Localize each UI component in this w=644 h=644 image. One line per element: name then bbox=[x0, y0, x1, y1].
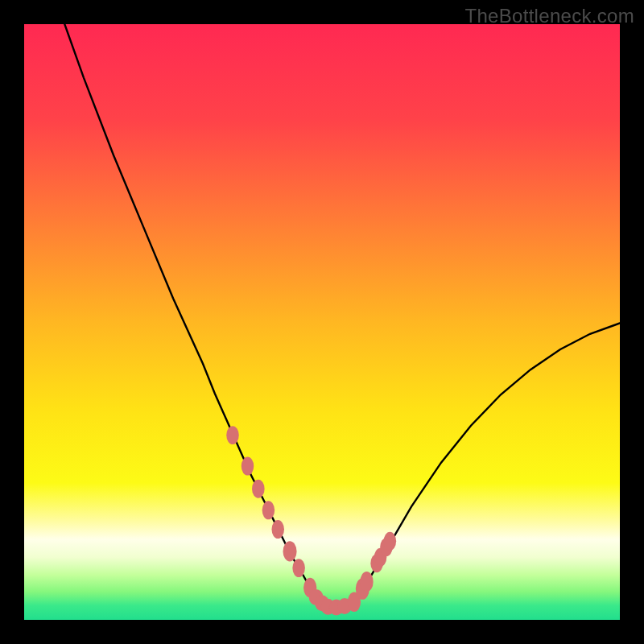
data-point bbox=[252, 480, 265, 498]
chart-frame: TheBottleneck.com bbox=[0, 0, 644, 644]
data-point bbox=[242, 457, 254, 476]
data-point bbox=[283, 541, 297, 561]
gradient-background bbox=[24, 24, 620, 620]
data-point bbox=[262, 501, 275, 519]
data-point bbox=[226, 426, 239, 444]
data-point bbox=[360, 572, 373, 592]
data-point bbox=[271, 520, 284, 539]
data-point bbox=[384, 532, 397, 551]
bottleneck-chart bbox=[24, 24, 620, 620]
data-point bbox=[292, 559, 305, 577]
plot-area bbox=[24, 24, 620, 620]
